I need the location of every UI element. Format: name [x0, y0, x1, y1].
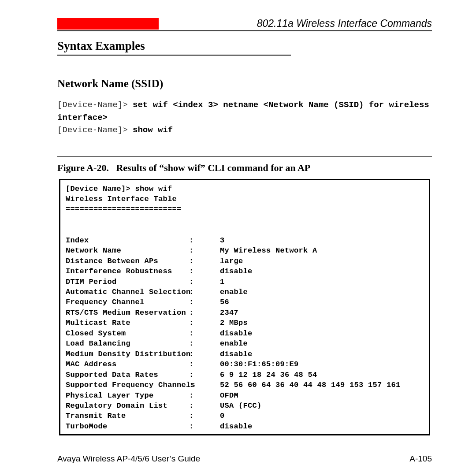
terminal-row-value: My Wireless Network A	[220, 245, 424, 256]
header-title: 802.11a Wireless Interface Commands	[176, 18, 432, 30]
page-header: 802.11a Wireless Interface Commands	[57, 18, 432, 31]
terminal-row-label: Automatic Channel Selection	[66, 287, 189, 297]
cli-command: show wif	[133, 125, 173, 135]
terminal-row-colon: :	[189, 318, 220, 328]
page: 802.11a Wireless Interface Commands Synt…	[0, 0, 476, 476]
sub-heading: Network Name (SSID)	[57, 78, 432, 90]
terminal-row: Closed System:disable	[66, 328, 424, 338]
terminal-row-colon: :	[189, 235, 220, 245]
terminal-row: Network Name:My Wireless Network A	[66, 245, 424, 256]
figure-caption: Figure A-20. Results of “show wif” CLI c…	[57, 162, 432, 174]
terminal-row-value: disable	[220, 421, 424, 431]
terminal-line: =========================	[66, 204, 424, 214]
figure-label: Figure A-20.	[57, 162, 109, 173]
terminal-row-label: TurboMode	[66, 421, 189, 431]
terminal-row-value: 0	[220, 411, 424, 421]
terminal-row-label: Supported Data Rates	[66, 370, 189, 380]
terminal-row-value: 1	[220, 277, 424, 287]
terminal-row-label: Interference Robustness	[66, 266, 189, 276]
terminal-output: [Device Name]> show wifWireless Interfac…	[59, 179, 430, 436]
terminal-row-value: enable	[220, 287, 424, 297]
terminal-row-colon: :	[189, 297, 220, 307]
terminal-row-colon: :	[189, 308, 220, 318]
terminal-row-label: MAC Address	[66, 359, 189, 369]
terminal-blank	[66, 215, 424, 225]
terminal-row: MAC Address:00:30:F1:65:09:E9	[66, 359, 424, 369]
figure-caption-text: Results of “show wif” CLI command for an…	[116, 162, 310, 173]
terminal-row-colon: :	[189, 370, 220, 380]
terminal-row-colon: :	[189, 401, 220, 411]
terminal-row-label: RTS/CTS Medium Reservation	[66, 308, 189, 318]
terminal-row: Medium Density Distribution:disable	[66, 349, 424, 359]
terminal-row: Physical Layer Type:OFDM	[66, 390, 424, 401]
terminal-row-colon: :	[189, 380, 220, 390]
terminal-row-label: Closed System	[66, 328, 189, 338]
terminal-line: Wireless Interface Table	[66, 194, 424, 204]
terminal-row-colon: :	[189, 256, 220, 266]
terminal-row: TurboMode:disable	[66, 421, 424, 431]
cli-prompt: [Device-Name]>	[57, 100, 133, 110]
terminal-row-label: DTIM Period	[66, 277, 189, 287]
terminal-row-value: enable	[220, 338, 424, 349]
terminal-row: Index:3	[66, 235, 424, 245]
terminal-row-label: Supported Frequency Channels	[66, 380, 189, 390]
terminal-row-value: 00:30:F1:65:09:E9	[220, 359, 424, 369]
terminal-row-colon: :	[189, 245, 220, 256]
terminal-row-colon: :	[189, 266, 220, 276]
header-red-bar	[57, 18, 159, 30]
terminal-row-value: 6 9 12 18 24 36 48 54	[220, 370, 424, 380]
terminal-row-value: 3	[220, 235, 424, 245]
terminal-row: Supported Data Rates:6 9 12 18 24 36 48 …	[66, 370, 424, 380]
footer-right: A-105	[409, 454, 432, 464]
terminal-row-colon: :	[189, 359, 220, 369]
footer-left: Avaya Wireless AP-4/5/6 User’s Guide	[57, 454, 200, 464]
terminal-row-colon: :	[189, 277, 220, 287]
terminal-row: Transmit Rate:0	[66, 411, 424, 421]
terminal-row-value: 2347	[220, 308, 424, 318]
page-footer: Avaya Wireless AP-4/5/6 User’s Guide A-1…	[57, 454, 432, 464]
section-heading: Syntax Examples	[57, 39, 291, 56]
terminal-row-label: Load Balancing	[66, 338, 189, 349]
terminal-row-value: large	[220, 256, 424, 266]
terminal-row: Multicast Rate:2 MBps	[66, 318, 424, 328]
terminal-row: Load Balancing:enable	[66, 338, 424, 349]
terminal-row-colon: :	[189, 328, 220, 338]
terminal-row: Frequency Channel:56	[66, 297, 424, 307]
terminal-row-label: Transmit Rate	[66, 411, 189, 421]
terminal-row-label: Multicast Rate	[66, 318, 189, 328]
terminal-row-label: Medium Density Distribution	[66, 349, 189, 359]
terminal-row-value: disable	[220, 266, 424, 276]
terminal-row-label: Network Name	[66, 245, 189, 256]
terminal-row-value: 56	[220, 297, 424, 307]
terminal-row-colon: :	[189, 390, 220, 401]
terminal-row-value: USA (FCC)	[220, 401, 424, 411]
cli-prompt: [Device-Name]>	[57, 125, 133, 135]
terminal-row-colon: :	[189, 338, 220, 349]
terminal-row-label: Frequency Channel	[66, 297, 189, 307]
terminal-row: Distance Between APs:large	[66, 256, 424, 266]
divider	[57, 156, 432, 157]
terminal-row: DTIM Period:1	[66, 277, 424, 287]
cli-example-block: [Device-Name]> set wif <index 3> netname…	[57, 99, 432, 137]
terminal-row-colon: :	[189, 421, 220, 431]
terminal-row-value: 52 56 60 64 36 40 44 48 149 153 157 161	[220, 380, 424, 390]
terminal-row-value: 2 MBps	[220, 318, 424, 328]
terminal-row-colon: :	[189, 411, 220, 421]
terminal-row-value: disable	[220, 328, 424, 338]
terminal-row-value: disable	[220, 349, 424, 359]
terminal-row: Supported Frequency Channels:52 56 60 64…	[66, 380, 424, 390]
terminal-row-colon: :	[189, 287, 220, 297]
terminal-row: Regulatory Domain List:USA (FCC)	[66, 401, 424, 411]
terminal-line: [Device Name]> show wif	[66, 184, 424, 194]
terminal-row-label: Index	[66, 235, 189, 245]
terminal-row-value: OFDM	[220, 390, 424, 401]
terminal-row: RTS/CTS Medium Reservation:2347	[66, 308, 424, 318]
terminal-row-label: Distance Between APs	[66, 256, 189, 266]
terminal-row: Automatic Channel Selection:enable	[66, 287, 424, 297]
terminal-row-colon: :	[189, 349, 220, 359]
terminal-row: Interference Robustness:disable	[66, 266, 424, 276]
terminal-row-label: Physical Layer Type	[66, 390, 189, 401]
terminal-blank	[66, 225, 424, 235]
terminal-row-label: Regulatory Domain List	[66, 401, 189, 411]
